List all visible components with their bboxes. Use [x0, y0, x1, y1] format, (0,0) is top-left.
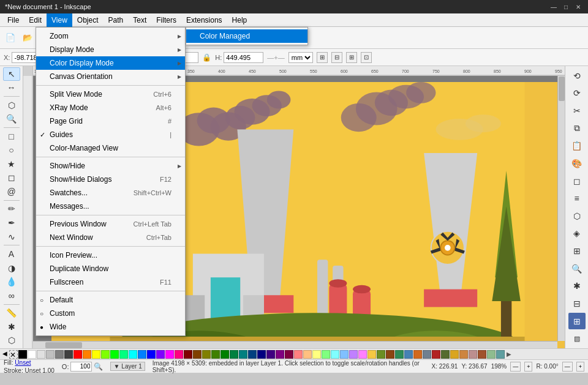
custom-radio: ○	[40, 310, 43, 317]
dropdown-overlay[interactable]: Zoom Display Mode Color Display Mode Can…	[0, 0, 588, 385]
menu-duplicate-window[interactable]: Duplicate Window	[36, 262, 185, 275]
cmv-check: ✓	[40, 144, 45, 152]
menu-color-display-mode[interactable]: Color Display Mode	[36, 56, 185, 70]
menu-layout-custom[interactable]: ○ Custom	[36, 307, 185, 320]
view-dropdown: Zoom Display Mode Color Display Mode Can…	[36, 27, 186, 336]
menu-swatches[interactable]: Swatches...Shift+Ctrl+W	[36, 186, 185, 200]
menu-messages[interactable]: Messages...	[36, 200, 185, 213]
split-check: ✓	[40, 91, 45, 99]
default-radio: ○	[40, 297, 43, 304]
menu-page-grid[interactable]: ✓ Page Grid#	[36, 114, 185, 128]
grid-check: ✓	[40, 118, 45, 125]
xray-check: ✓	[40, 104, 45, 112]
menu-color-managed-view[interactable]: ✓ Color-Managed View	[36, 141, 185, 155]
menu-show-hide[interactable]: Show/Hide	[36, 159, 185, 173]
menu-layout-default[interactable]: ○ Default	[36, 293, 185, 307]
wide-radio: ●	[40, 324, 43, 331]
menu-icon-preview[interactable]: Icon Preview...	[36, 249, 185, 262]
menu-prev-window[interactable]: Previous WindowCtrl+Left Tab	[36, 217, 185, 231]
menu-fullscreen[interactable]: FullscreenF11	[36, 275, 185, 289]
menu-next-window[interactable]: Next WindowCtrl+Tab	[36, 231, 185, 244]
color-display-mode-submenu: Color Managed	[186, 27, 308, 45]
guides-check: ✓	[40, 131, 45, 139]
menu-display-mode[interactable]: Display Mode	[36, 43, 185, 56]
menu-guides[interactable]: ✓ Guides|	[36, 128, 185, 141]
menu-show-hide-dialogs[interactable]: Show/Hide DialogsF12	[36, 173, 185, 186]
submenu-color-managed[interactable]: Color Managed	[186, 29, 307, 43]
menu-canvas-orientation[interactable]: Canvas Orientation	[36, 70, 185, 83]
menu-split-view[interactable]: ✓ Split View ModeCtrl+6	[36, 88, 185, 101]
menu-layout-wide[interactable]: ● Wide	[36, 320, 185, 334]
menu-zoom[interactable]: Zoom	[36, 29, 185, 43]
menu-xray[interactable]: ✓ XRay ModeAlt+6	[36, 101, 185, 114]
